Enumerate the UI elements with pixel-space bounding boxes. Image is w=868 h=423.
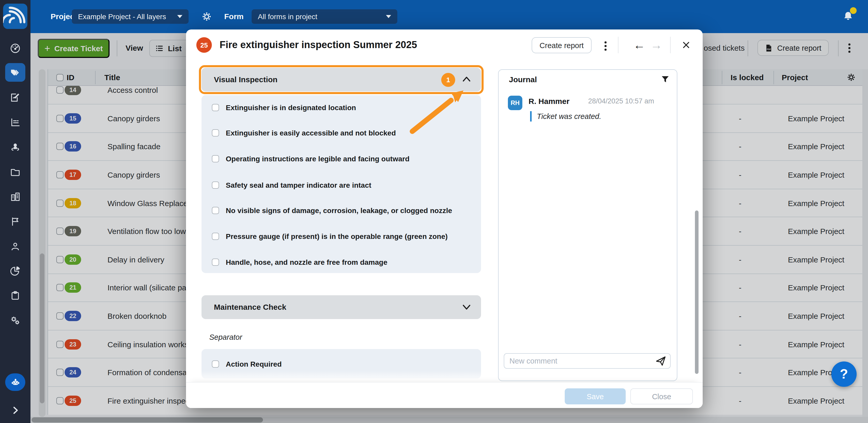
app-root: Project Example Project - All layers For… [0, 0, 868, 423]
folder-icon[interactable] [0, 163, 30, 180]
separator-label: Separator [209, 333, 242, 341]
journal-entry-timestamp: 28/04/2025 10:57 am [588, 97, 654, 105]
project-settings-gear-icon[interactable] [201, 11, 212, 24]
checklist-item[interactable]: Extinguisher is in designated location [212, 104, 356, 112]
avatar: RH [508, 96, 522, 110]
ticket-modal-title: Fire extinguisher inspection Summer 2025 [220, 29, 417, 60]
user-icon[interactable] [0, 237, 30, 255]
checkbox[interactable] [212, 233, 219, 240]
checklist-item[interactable]: No visible signs of damage, corrosion, l… [212, 206, 452, 215]
checklist-item[interactable]: Operating instructions are legible and f… [212, 154, 409, 163]
checklist-item[interactable]: Action Required [212, 360, 282, 368]
ticket-id-badge: 25 [196, 37, 212, 53]
forms-edit-icon[interactable] [0, 88, 30, 106]
flag-icon[interactable] [0, 213, 30, 230]
modal-header-divider [618, 37, 618, 53]
modal-header-divider [670, 37, 671, 53]
section-title: Visual Inspection [214, 68, 277, 91]
buildings-icon[interactable] [0, 188, 30, 205]
question-mark-icon: ? [840, 366, 848, 382]
checklist-item[interactable]: Safety seal and tamper indicator are int… [212, 181, 371, 189]
checkbox[interactable] [212, 361, 219, 368]
checkbox[interactable] [212, 129, 219, 137]
checklist-item[interactable]: Pressure gauge (if present) is in the op… [212, 232, 448, 241]
expand-chevron-icon[interactable] [0, 401, 30, 419]
filter-funnel-icon[interactable] [661, 75, 670, 86]
next-ticket-arrow-icon[interactable]: → [650, 29, 662, 60]
chevron-down-icon [386, 15, 391, 18]
journal-entry-message: Ticket was created. [530, 111, 601, 121]
action-required-panel: Action Required [202, 349, 481, 378]
project-select[interactable]: Example Project - All layers [72, 9, 189, 24]
form-select-value: All forms in project [258, 12, 317, 21]
topbar: Project Example Project - All layers For… [30, 0, 868, 33]
previous-ticket-arrow-icon[interactable]: ← [633, 29, 645, 60]
modal-kebab-icon[interactable] [604, 41, 606, 50]
checkbox[interactable] [212, 181, 219, 189]
journal-panel: Journal RH R. Hammer 28/04/2025 10:57 am… [498, 69, 677, 381]
section-maintenance-check[interactable]: Maintenance Check [202, 295, 481, 319]
new-comment-input[interactable] [504, 353, 671, 369]
pie-chart-icon[interactable] [0, 262, 30, 279]
project-select-value: Example Project - All layers [78, 12, 166, 21]
notifications-bell-icon[interactable] [842, 10, 855, 25]
close-icon[interactable] [681, 40, 691, 52]
form-select[interactable]: All forms in project [252, 9, 397, 24]
checkbox[interactable] [212, 155, 219, 162]
close-button[interactable]: Close [630, 388, 693, 404]
clipboard-icon[interactable] [0, 286, 30, 304]
section-visual-inspection[interactable]: Visual Inspection 1 [202, 68, 481, 91]
checkbox[interactable] [212, 207, 219, 214]
notification-dot-badge [850, 7, 857, 14]
chevron-down-icon [177, 15, 182, 18]
save-button[interactable]: Save [565, 388, 626, 404]
checklist-item[interactable]: Handle, hose, and nozzle are free from d… [212, 258, 388, 266]
ai-robot-icon[interactable] [5, 373, 25, 391]
statistics-icon[interactable] [0, 113, 30, 131]
form-label: Form [224, 0, 244, 33]
ticket-modal: 25 Fire extinguisher inspection Summer 2… [186, 29, 703, 408]
sidebar [0, 0, 30, 423]
locate-person-icon[interactable] [0, 138, 30, 156]
modal-scrollbar-thumb[interactable] [695, 210, 699, 374]
visual-inspection-checklist: Extinguisher is in designated location E… [202, 95, 481, 273]
modal-create-report-button[interactable]: Create report [532, 37, 592, 53]
checkbox[interactable] [212, 104, 219, 111]
dashboard-gauge-icon[interactable] [0, 39, 30, 57]
settings-gears-icon[interactable] [0, 311, 30, 329]
help-button[interactable]: ? [831, 362, 857, 387]
logo-radar-icon[interactable] [3, 4, 27, 29]
chevron-down-icon [461, 303, 472, 313]
send-comment-icon[interactable] [655, 355, 666, 367]
modal-footer: Save Close [186, 382, 703, 408]
checkbox[interactable] [212, 259, 219, 266]
section-title: Maintenance Check [214, 295, 286, 319]
section-count-badge: 1 [441, 73, 455, 87]
checklist-item[interactable]: Extinguisher is easily accessible and no… [212, 129, 396, 137]
journal-entry-author: R. Hammer [529, 97, 569, 106]
journal-title: Journal [509, 75, 537, 84]
tickets-tag-icon[interactable] [0, 64, 30, 81]
chevron-up-icon [461, 75, 472, 85]
